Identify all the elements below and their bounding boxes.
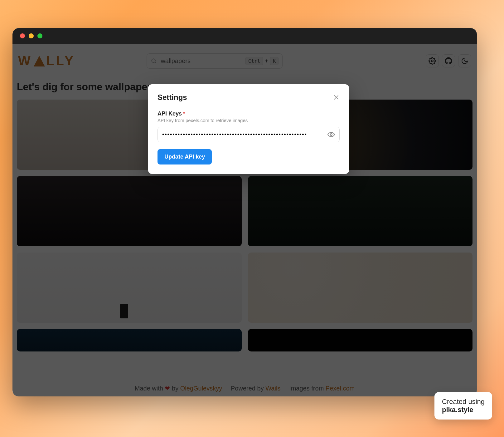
app-window: WLLY Ctrl + K	[12, 28, 477, 396]
badge-line1: Created using	[442, 398, 485, 405]
api-keys-field: API Keys* API key from pexels.com to ret…	[158, 110, 340, 142]
modal-header: Settings	[158, 93, 340, 102]
content-area: WLLY Ctrl + K	[12, 44, 477, 396]
window-titlebar	[12, 28, 477, 44]
window-maximize-button[interactable]	[37, 33, 42, 38]
window-close-button[interactable]	[20, 33, 25, 38]
settings-modal: Settings API Keys* API key from pexels.c…	[148, 84, 349, 174]
required-mark: *	[183, 111, 185, 116]
pika-badge[interactable]: Created using pika.style	[434, 392, 492, 420]
eye-icon[interactable]	[327, 131, 335, 138]
modal-title: Settings	[158, 93, 187, 102]
update-api-key-button[interactable]: Update API key	[158, 149, 212, 164]
close-icon[interactable]	[333, 94, 340, 101]
field-help: API key from pexels.com to retrieve imag…	[158, 118, 340, 123]
api-key-input-wrap[interactable]	[158, 127, 340, 142]
api-key-input[interactable]	[162, 131, 327, 138]
badge-line2: pika.style	[442, 406, 485, 414]
window-minimize-button[interactable]	[29, 33, 34, 38]
field-label: API Keys	[158, 110, 182, 117]
svg-point-5	[330, 134, 332, 135]
